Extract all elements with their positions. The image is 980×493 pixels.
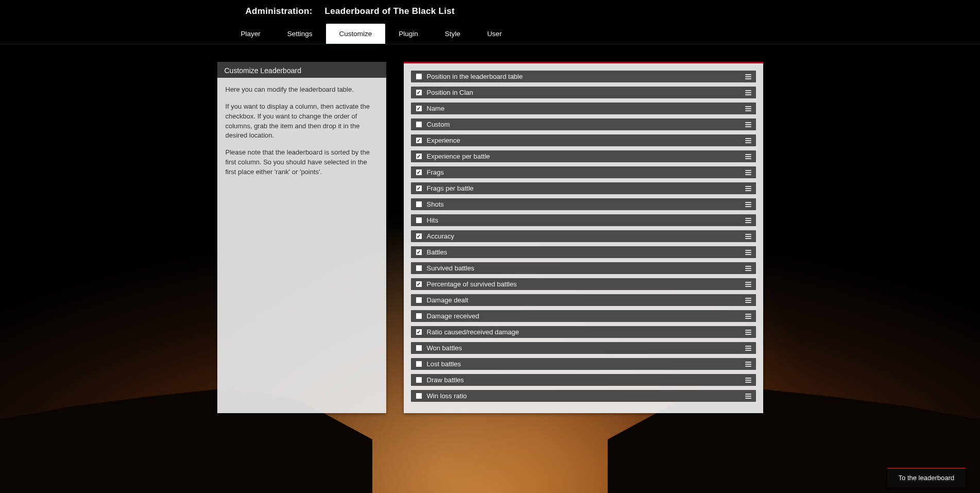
column-label: Percentage of survived battles (427, 280, 745, 288)
admin-header: Administration: Leaderboard of The Black… (0, 0, 980, 44)
column-label: Damage received (427, 312, 745, 320)
tab-user[interactable]: User (474, 24, 515, 44)
column-checkbox[interactable] (416, 233, 422, 239)
column-checkbox[interactable] (416, 249, 422, 255)
drag-handle-icon[interactable] (745, 314, 752, 319)
leaderboard-name: Leaderboard of The Black List (325, 6, 455, 16)
column-checkbox[interactable] (416, 313, 422, 319)
drag-handle-icon[interactable] (745, 234, 752, 239)
column-label: Accuracy (427, 232, 745, 240)
column-checkbox[interactable] (416, 361, 422, 367)
column-row-shots[interactable]: Shots (411, 198, 756, 210)
drag-handle-icon[interactable] (745, 282, 752, 287)
column-label: Ratio caused/received damage (427, 328, 745, 336)
column-checkbox[interactable] (416, 265, 422, 271)
tab-player[interactable]: Player (228, 24, 274, 44)
column-row-battles[interactable]: Battles (411, 246, 756, 258)
column-row-draw-battles[interactable]: Draw battles (411, 374, 756, 386)
column-row-win-loss-ratio[interactable]: Win loss ratio (411, 390, 756, 402)
column-checkbox[interactable] (416, 122, 422, 127)
tab-label: User (487, 30, 502, 38)
column-label: Win loss ratio (427, 392, 745, 400)
drag-handle-icon[interactable] (745, 186, 752, 191)
column-row-experience[interactable]: Experience (411, 134, 756, 146)
info-p2: If you want to display a column, then ac… (226, 102, 378, 141)
column-checkbox[interactable] (416, 90, 422, 95)
tab-label: Customize (339, 30, 372, 38)
column-row-ratio-damage[interactable]: Ratio caused/received damage (411, 326, 756, 338)
column-row-survived-battles[interactable]: Survived battles (411, 262, 756, 274)
to-leaderboard-button[interactable]: To the leaderboard (887, 468, 966, 487)
column-checkbox[interactable] (416, 329, 422, 335)
drag-handle-icon[interactable] (745, 394, 752, 399)
drag-handle-icon[interactable] (745, 74, 752, 79)
column-row-accuracy[interactable]: Accuracy (411, 230, 756, 242)
column-label: Position in the leaderboard table (427, 73, 745, 80)
column-checkbox[interactable] (416, 74, 422, 79)
info-p3: Please note that the leaderboard is sort… (226, 148, 378, 177)
column-checkbox[interactable] (416, 106, 422, 111)
drag-handle-icon[interactable] (745, 122, 752, 127)
tab-style[interactable]: Style (432, 24, 474, 44)
drag-handle-icon[interactable] (745, 266, 752, 271)
page-title: Administration: Leaderboard of The Black… (217, 6, 763, 16)
column-row-pct-survived[interactable]: Percentage of survived battles (411, 278, 756, 290)
drag-handle-icon[interactable] (745, 106, 752, 111)
drag-handle-icon[interactable] (745, 218, 752, 223)
drag-handle-icon[interactable] (745, 90, 752, 95)
column-label: Lost battles (427, 360, 745, 368)
column-label: Shots (427, 200, 745, 208)
column-checkbox[interactable] (416, 393, 422, 399)
column-row-position-clan[interactable]: Position in Clan (411, 87, 756, 98)
column-checkbox[interactable] (416, 281, 422, 287)
drag-handle-icon[interactable] (745, 346, 752, 351)
column-label: Won battles (427, 344, 745, 352)
column-row-hits[interactable]: Hits (411, 214, 756, 226)
drag-handle-icon[interactable] (745, 330, 752, 335)
column-checkbox[interactable] (416, 154, 422, 159)
tab-label: Player (241, 30, 261, 38)
to-leaderboard-label: To the leaderboard (899, 474, 954, 482)
column-label: Damage dealt (427, 296, 745, 304)
column-row-position-table[interactable]: Position in the leaderboard table (411, 71, 756, 82)
column-label: Experience per battle (427, 152, 745, 160)
tab-label: Settings (287, 30, 313, 38)
column-checkbox[interactable] (416, 345, 422, 351)
admin-tabs: PlayerSettingsCustomizePluginStyleUser (217, 24, 763, 44)
column-label: Name (427, 105, 745, 112)
column-checkbox[interactable] (416, 138, 422, 143)
column-row-damage-dealt[interactable]: Damage dealt (411, 294, 756, 306)
drag-handle-icon[interactable] (745, 154, 752, 159)
column-label: Survived battles (427, 264, 745, 272)
drag-handle-icon[interactable] (745, 378, 752, 383)
column-row-name[interactable]: Name (411, 103, 756, 114)
drag-handle-icon[interactable] (745, 298, 752, 303)
column-row-damage-received[interactable]: Damage received (411, 310, 756, 322)
column-checkbox[interactable] (416, 201, 422, 207)
tab-plugin[interactable]: Plugin (385, 24, 432, 44)
column-row-won-battles[interactable]: Won battles (411, 342, 756, 354)
column-row-lost-battles[interactable]: Lost battles (411, 358, 756, 370)
column-checkbox[interactable] (416, 185, 422, 191)
column-checkbox[interactable] (416, 377, 422, 383)
tab-settings[interactable]: Settings (274, 24, 326, 44)
column-label: Custom (427, 121, 745, 128)
column-row-experience-per-battle[interactable]: Experience per battle (411, 150, 756, 162)
drag-handle-icon[interactable] (745, 138, 752, 143)
drag-handle-icon[interactable] (745, 362, 752, 367)
admin-label: Administration: (246, 6, 313, 16)
column-checkbox[interactable] (416, 217, 422, 223)
column-row-frags[interactable]: Frags (411, 166, 756, 178)
drag-handle-icon[interactable] (745, 202, 752, 207)
tab-customize[interactable]: Customize (326, 24, 386, 44)
column-checkbox[interactable] (416, 297, 422, 303)
column-label: Frags (427, 168, 745, 176)
column-row-custom[interactable]: Custom (411, 118, 756, 130)
drag-handle-icon[interactable] (745, 170, 752, 175)
info-panel: Customize Leaderboard Here you can modif… (217, 62, 386, 413)
tab-label: Style (445, 30, 460, 38)
column-label: Hits (427, 216, 745, 224)
drag-handle-icon[interactable] (745, 250, 752, 255)
column-checkbox[interactable] (416, 169, 422, 175)
column-row-frags-per-battle[interactable]: Frags per battle (411, 182, 756, 194)
